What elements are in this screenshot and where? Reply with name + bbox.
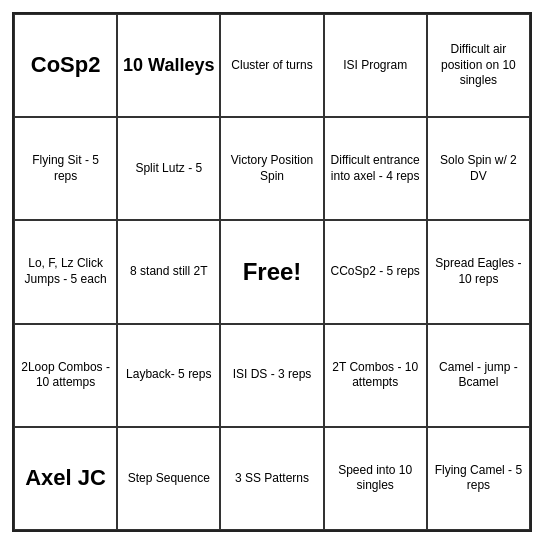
bingo-cell-12: Free! [220, 220, 323, 323]
bingo-cell-22: 3 SS Patterns [220, 427, 323, 530]
bingo-cell-15: 2Loop Combos - 10 attemps [14, 324, 117, 427]
bingo-cell-11: 8 stand still 2T [117, 220, 220, 323]
bingo-cell-10: Lo, F, Lz Click Jumps - 5 each [14, 220, 117, 323]
bingo-cell-5: Flying Sit - 5 reps [14, 117, 117, 220]
bingo-cell-14: Spread Eagles - 10 reps [427, 220, 530, 323]
bingo-cell-9: Solo Spin w/ 2 DV [427, 117, 530, 220]
bingo-cell-20: Axel JC [14, 427, 117, 530]
bingo-cell-6: Split Lutz - 5 [117, 117, 220, 220]
bingo-cell-8: Difficult entrance into axel - 4 reps [324, 117, 427, 220]
bingo-cell-16: Layback- 5 reps [117, 324, 220, 427]
bingo-cell-17: ISI DS - 3 reps [220, 324, 323, 427]
bingo-cell-21: Step Sequence [117, 427, 220, 530]
bingo-cell-23: Speed into 10 singles [324, 427, 427, 530]
bingo-card: CoSp210 WalleysCluster of turnsISI Progr… [12, 12, 532, 532]
bingo-cell-2: Cluster of turns [220, 14, 323, 117]
bingo-cell-0: CoSp2 [14, 14, 117, 117]
bingo-cell-13: CCoSp2 - 5 reps [324, 220, 427, 323]
bingo-cell-18: 2T Combos - 10 attempts [324, 324, 427, 427]
bingo-cell-7: Victory Position Spin [220, 117, 323, 220]
bingo-cell-1: 10 Walleys [117, 14, 220, 117]
bingo-cell-4: Difficult air position on 10 singles [427, 14, 530, 117]
bingo-cell-3: ISI Program [324, 14, 427, 117]
bingo-cell-19: Camel - jump - Bcamel [427, 324, 530, 427]
bingo-cell-24: Flying Camel - 5 reps [427, 427, 530, 530]
